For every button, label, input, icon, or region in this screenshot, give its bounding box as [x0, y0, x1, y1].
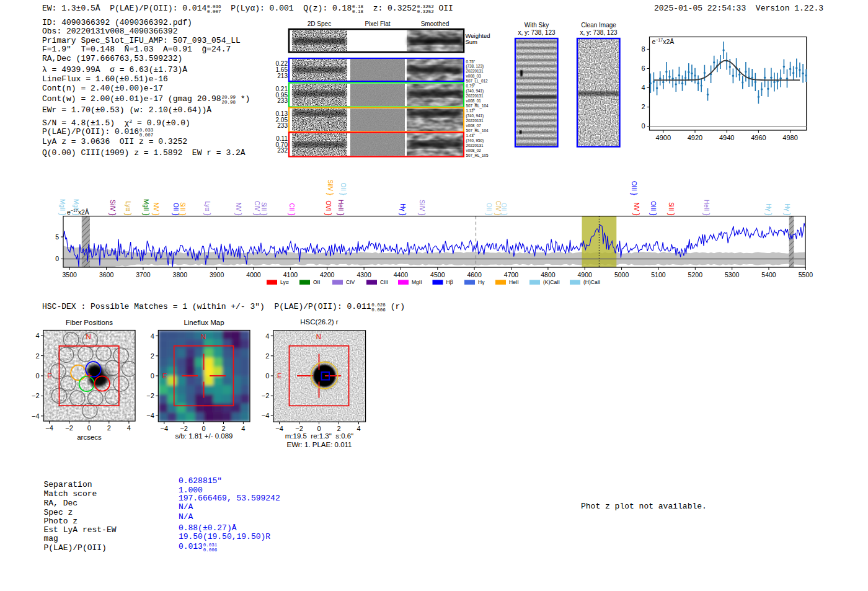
- svg-text:Sum: Sum: [466, 38, 478, 45]
- svg-text:4960: 4960: [751, 134, 766, 141]
- svg-text:−4: −4: [146, 412, 154, 419]
- svg-text:4600: 4600: [467, 271, 482, 278]
- svg-text:0: 0: [641, 122, 645, 130]
- svg-text:5000: 5000: [614, 271, 629, 278]
- svg-text:SiIV }: SiIV }: [108, 200, 118, 216]
- svg-text:4500: 4500: [430, 271, 445, 278]
- svg-text:OIII }: OIII }: [630, 181, 639, 196]
- svg-text:(738, 123): (738, 123): [466, 64, 484, 69]
- svg-text:233: 233: [277, 122, 288, 129]
- svg-text:SiII }: SiII }: [179, 202, 188, 216]
- svg-text:3500: 3500: [63, 271, 78, 278]
- svg-text:NV }: NV }: [632, 202, 642, 216]
- svg-text:v008_01: v008_01: [466, 99, 482, 104]
- svg-text:EWr: 1. PLAE: 0.011: EWr: 1. PLAE: 0.011: [286, 441, 352, 448]
- svg-text:4: 4: [641, 84, 645, 91]
- svg-text:0.75": 0.75": [466, 60, 476, 64]
- svg-text:0.79": 0.79": [466, 84, 476, 88]
- svg-text:507_LL_012: 507_LL_012: [466, 79, 489, 84]
- svg-text:4100: 4100: [283, 271, 298, 278]
- svg-text:Pixel Flat: Pixel Flat: [365, 20, 390, 27]
- svg-text:(K)CaII: (K)CaII: [543, 279, 560, 285]
- svg-text:0: 0: [35, 372, 39, 380]
- svg-text:E: E: [162, 372, 167, 380]
- svg-text:4800: 4800: [541, 271, 556, 278]
- svg-text:5: 5: [55, 233, 59, 241]
- svg-text:4700: 4700: [504, 271, 519, 278]
- svg-text:arcsecs: arcsecs: [77, 433, 102, 441]
- svg-text:4900: 4900: [578, 271, 593, 278]
- svg-text:4400: 4400: [394, 271, 409, 278]
- svg-text:2D Spec: 2D Spec: [308, 20, 331, 27]
- svg-text:2: 2: [221, 425, 225, 432]
- svg-text:3800: 3800: [173, 271, 188, 278]
- svg-text:213: 213: [277, 73, 288, 79]
- svg-text:m:19.5 re:1.3" s:0.6": m:19.5 re:1.3" s:0.6": [285, 432, 353, 440]
- svg-text:5100: 5100: [651, 271, 666, 278]
- svg-text:4000: 4000: [246, 271, 261, 278]
- svg-text:(740, 950): (740, 950): [466, 138, 484, 143]
- svg-text:4: 4: [127, 424, 131, 432]
- svg-text:(H)CaII: (H)CaII: [583, 279, 600, 285]
- svg-text:−2: −2: [180, 425, 188, 432]
- svg-text:E: E: [277, 372, 282, 380]
- svg-text:Lyα }: Lyα }: [203, 201, 213, 216]
- svg-text:−2: −2: [295, 425, 303, 432]
- svg-text:SiII }: SiII }: [260, 202, 269, 216]
- svg-text:OIII }: OIII }: [649, 201, 658, 216]
- svg-text:Smoothed: Smoothed: [421, 20, 450, 27]
- svg-text:HSC(26.2) r: HSC(26.2) r: [300, 318, 339, 326]
- svg-text:Lyα }: Lyα }: [124, 201, 133, 216]
- svg-text:MgII }: MgII }: [142, 199, 151, 216]
- svg-text:Lyα: Lyα: [280, 279, 289, 285]
- svg-text:SiIV }: SiIV }: [326, 180, 335, 196]
- svg-text:2: 2: [151, 352, 154, 360]
- svg-text:507_RL_105: 507_RL_105: [466, 153, 489, 158]
- svg-text:x, y: 738, 123: x, y: 738, 123: [580, 29, 617, 36]
- svg-text:4900: 4900: [656, 134, 671, 141]
- svg-text:4: 4: [35, 332, 39, 339]
- svg-text:0: 0: [87, 424, 91, 432]
- svg-text:N: N: [316, 333, 321, 340]
- svg-text:MgII: MgII: [412, 279, 422, 285]
- svg-text:Hβ: Hβ: [446, 279, 453, 285]
- svg-text:N: N: [201, 333, 206, 340]
- svg-text:x, y: 738, 123: x, y: 738, 123: [518, 29, 555, 36]
- svg-text:−4: −4: [161, 425, 169, 432]
- svg-text:−2: −2: [32, 392, 40, 399]
- svg-text:−4: −4: [32, 412, 40, 420]
- svg-text:HeII }: HeII }: [337, 200, 346, 216]
- svg-text:0: 0: [151, 372, 154, 380]
- svg-text:0: 0: [55, 255, 59, 262]
- svg-text:2: 2: [641, 103, 645, 110]
- svg-text:8: 8: [641, 45, 645, 53]
- svg-text:Hγ }: Hγ }: [783, 203, 792, 216]
- svg-text:Hγ: Hγ: [478, 279, 485, 285]
- svg-text:4: 4: [151, 332, 154, 340]
- svg-text:OII }: OII }: [500, 203, 509, 216]
- svg-text:232: 232: [277, 147, 288, 154]
- svg-text:−4: −4: [262, 412, 270, 419]
- svg-text:v008_02: v008_02: [466, 148, 482, 153]
- svg-text:3700: 3700: [136, 271, 151, 278]
- svg-text:OVI }: OVI }: [324, 200, 334, 216]
- svg-text:20220131: 20220131: [466, 69, 484, 73]
- svg-text:20220131: 20220131: [466, 143, 484, 148]
- svg-text:−4: −4: [45, 424, 53, 432]
- svg-text:Lineflux Map: Lineflux Map: [184, 319, 224, 326]
- svg-text:5500: 5500: [799, 271, 813, 278]
- svg-text:4: 4: [241, 425, 245, 432]
- svg-text:−2: −2: [65, 424, 73, 432]
- svg-text:HeII }: HeII }: [702, 200, 712, 216]
- svg-text:CII }: CII }: [288, 203, 297, 216]
- svg-text:20220131: 20220131: [466, 94, 484, 98]
- svg-text:Hγ }: Hγ }: [764, 203, 774, 216]
- svg-text:2: 2: [107, 424, 111, 432]
- svg-text:SiII }: SiII }: [667, 202, 676, 216]
- svg-text:0: 0: [202, 425, 206, 432]
- svg-text:233: 233: [277, 97, 288, 104]
- svg-text:NV }: NV }: [234, 202, 244, 216]
- svg-text:4: 4: [265, 332, 269, 340]
- svg-text:0: 0: [265, 372, 269, 380]
- svg-text:2: 2: [337, 425, 340, 432]
